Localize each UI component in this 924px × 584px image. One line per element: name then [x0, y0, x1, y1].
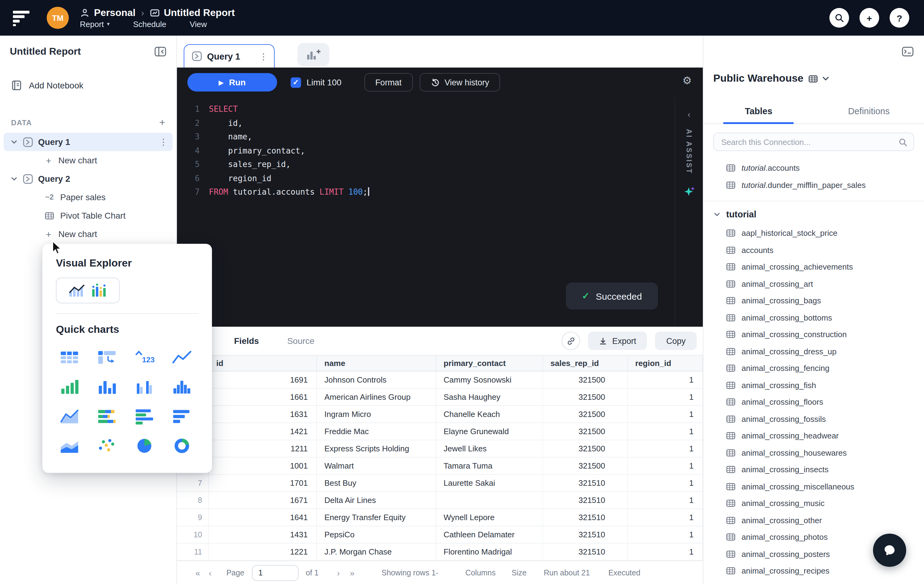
connection-search-input[interactable]: [721, 137, 898, 146]
columns-button[interactable]: Columns: [465, 568, 496, 577]
chevron-left-icon[interactable]: ‹: [688, 109, 690, 119]
app-logo-icon[interactable]: [11, 8, 32, 27]
quick-chart-bar-green[interactable]: [56, 373, 83, 400]
quick-chart-stacked-area[interactable]: [56, 432, 83, 459]
tab-fields[interactable]: Fields: [234, 336, 259, 346]
table-item[interactable]: animal_crossing_fish: [703, 377, 924, 394]
recent-table-item[interactable]: tutorial.accounts: [703, 160, 924, 176]
schema-tutorial[interactable]: tutorial: [703, 205, 924, 224]
run-button[interactable]: ▶Run: [187, 73, 277, 92]
chevron-down-icon[interactable]: [713, 211, 721, 218]
chevron-down-icon[interactable]: [10, 175, 18, 183]
code-line[interactable]: SELECT: [209, 102, 370, 116]
quick-chart-line[interactable]: [168, 344, 195, 371]
table-row[interactable]: 101431PepsiCoCathleen Delamater3215101: [177, 526, 703, 543]
ai-assist-panel[interactable]: ‹ AI ASSIST: [675, 97, 703, 327]
table-row[interactable]: 51211Express Scripts HoldingJewell Likes…: [177, 440, 703, 457]
code-line[interactable]: id,: [209, 116, 370, 130]
quick-chart-bar-h[interactable]: [168, 403, 195, 430]
new-chart-button-query2[interactable]: + New chart: [4, 225, 173, 243]
add-data-button[interactable]: +: [159, 117, 165, 129]
table-item[interactable]: animal_crossing_headwear: [703, 428, 924, 444]
connection-title[interactable]: Public Warehouse: [713, 72, 803, 85]
table-row[interactable]: 91641Energy Transfer EquityWynell Lepore…: [177, 509, 703, 526]
help-button[interactable]: ?: [889, 8, 909, 28]
breadcrumb-report-title[interactable]: Untitled Report: [164, 7, 235, 18]
code-lines[interactable]: SELECT id, name, primary_contact, sales_…: [209, 97, 370, 327]
table-item[interactable]: animal_crossing_fencing: [703, 360, 924, 377]
code-line[interactable]: primary_contact,: [209, 144, 370, 158]
copy-button[interactable]: Copy: [655, 332, 697, 350]
table-item[interactable]: animal_crossing_dress_up: [703, 343, 924, 360]
table-item[interactable]: animal_crossing_achievements: [703, 258, 924, 275]
format-button[interactable]: Format: [364, 73, 413, 92]
sparkle-icon[interactable]: [683, 186, 695, 198]
recent-table-item[interactable]: tutorial.dunder_mifflin_paper_sales: [703, 176, 924, 193]
quick-chart-grouped-column[interactable]: [131, 373, 158, 400]
kebab-menu-icon[interactable]: ⋮: [259, 51, 268, 61]
first-page-icon[interactable]: «: [195, 568, 200, 577]
visual-explorer-button[interactable]: [56, 278, 120, 303]
kebab-menu-icon[interactable]: ⋮: [159, 137, 168, 147]
table-item[interactable]: animal_crossing_miscellaneous: [703, 478, 924, 495]
code-line[interactable]: region_id: [209, 172, 370, 186]
chevron-down-icon[interactable]: [10, 138, 18, 146]
table-row[interactable]: 81671Delta Air Lines3215101: [177, 492, 703, 509]
tab-tables[interactable]: Tables: [703, 101, 814, 123]
new-chart-button-query1[interactable]: + New chart: [4, 151, 173, 169]
quick-chart-donut[interactable]: [168, 432, 195, 459]
quick-chart-stacked-bar-h[interactable]: [93, 403, 120, 430]
code-line[interactable]: name,: [209, 130, 370, 144]
table-item[interactable]: animal_crossing_art: [703, 275, 924, 292]
menu-schedule[interactable]: Schedule: [133, 19, 166, 28]
table-row[interactable]: 71701Best BuyLaurette Sakai3215101: [177, 475, 703, 492]
quick-chart-pivot[interactable]: [93, 344, 120, 371]
prev-page-icon[interactable]: ‹: [209, 568, 212, 577]
quick-chart-number[interactable]: 123: [131, 344, 158, 371]
add-notebook-button[interactable]: Add Notebook: [0, 76, 177, 95]
quick-chart-multi-bar-h[interactable]: [131, 403, 158, 430]
column-header-region_id[interactable]: region_id: [628, 355, 703, 371]
menu-view[interactable]: View: [190, 19, 207, 28]
table-item[interactable]: animal_crossing_bottoms: [703, 309, 924, 326]
chat-widget-button[interactable]: [873, 534, 906, 567]
page-input[interactable]: [252, 565, 298, 581]
sidebar-item-paper-sales[interactable]: ~2 Paper sales: [4, 188, 173, 206]
table-row[interactable]: 61001WalmartTamara Tuma3215001: [177, 457, 703, 475]
table-item[interactable]: accounts: [703, 242, 924, 258]
menu-report[interactable]: Report▾: [80, 19, 110, 28]
table-row[interactable]: 21661American Airlines GroupSasha Haughe…: [177, 389, 703, 406]
next-page-icon[interactable]: ›: [337, 568, 340, 577]
code-line[interactable]: sales_rep_id,: [209, 158, 370, 172]
quick-chart-column[interactable]: [93, 373, 120, 400]
view-history-button[interactable]: View history: [419, 73, 500, 92]
column-header-name[interactable]: name: [317, 355, 436, 371]
table-item[interactable]: animal_crossing_fossils: [703, 411, 924, 428]
table-item[interactable]: animal_crossing_other: [703, 512, 924, 529]
gear-icon[interactable]: ⚙: [683, 76, 692, 86]
collapse-panel-icon[interactable]: [154, 46, 167, 57]
table-item[interactable]: animal_crossing_floors: [703, 394, 924, 411]
table-item[interactable]: aapl_historical_stock_price: [703, 225, 924, 242]
sidebar-item-query1[interactable]: Query 1 ⋮: [4, 133, 173, 151]
breadcrumb-workspace[interactable]: Personal: [94, 7, 135, 18]
quick-chart-table[interactable]: [56, 344, 83, 371]
tab-source[interactable]: Source: [287, 336, 315, 346]
add-button[interactable]: +: [860, 8, 879, 28]
sidebar-item-pivot-table-chart[interactable]: Pivot Table Chart: [4, 206, 173, 225]
limit-checkbox[interactable]: ✓: [290, 77, 301, 87]
table-row[interactable]: 111221J.P. Morgan ChaseFlorentino Madrig…: [177, 543, 703, 561]
tab-definitions[interactable]: Definitions: [814, 101, 924, 123]
share-link-button[interactable]: [562, 332, 580, 350]
quick-chart-pie[interactable]: [131, 432, 158, 459]
table-item[interactable]: animal_crossing_insects: [703, 461, 924, 478]
tab-query1[interactable]: Query 1 ⋮: [184, 44, 275, 67]
console-panel-icon[interactable]: [901, 46, 914, 57]
table-item[interactable]: animal_crossing_music: [703, 495, 924, 512]
table-row[interactable]: 31631Ingram MicroChanelle Keach3215001: [177, 406, 703, 423]
code-line[interactable]: FROM tutorial.accounts LIMIT 100;: [209, 186, 370, 199]
last-page-icon[interactable]: »: [350, 568, 355, 577]
add-chart-tab-button[interactable]: [297, 43, 329, 66]
export-button[interactable]: Export: [588, 332, 647, 350]
table-item[interactable]: animal_crossing_bags: [703, 292, 924, 309]
